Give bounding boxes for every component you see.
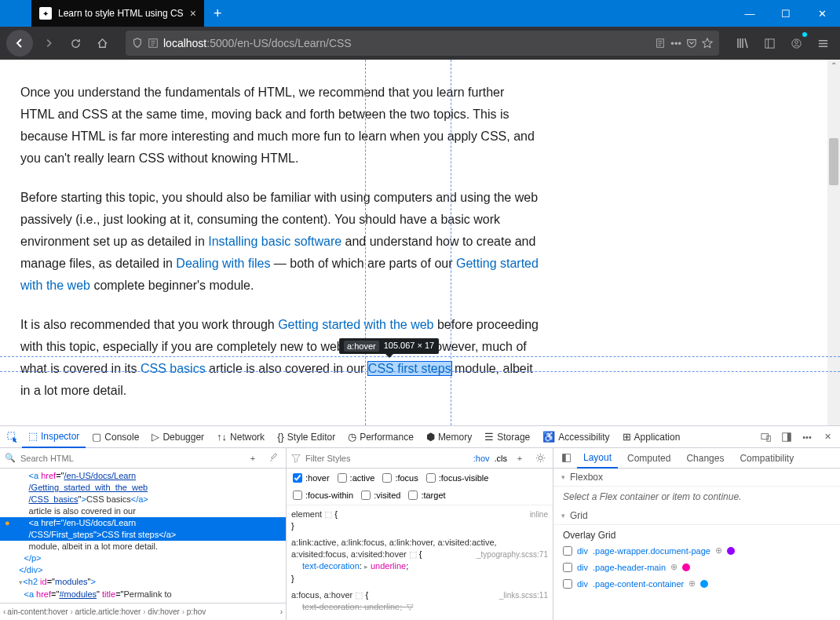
grid-checkbox[interactable] (563, 563, 572, 572)
pseudo-checkbox[interactable] (338, 473, 347, 483)
dom-tree[interactable]: <a href="/en-US/docs/Learn /Getting_star… (0, 469, 286, 603)
breadcrumb-item[interactable]: p:hov (187, 607, 206, 616)
flexbox-header[interactable]: ▾Flexbox (553, 469, 840, 487)
sidebar-icon[interactable] (758, 32, 780, 54)
filter-icon[interactable]: ▽ (407, 602, 413, 611)
maximize-button[interactable]: ☐ (768, 0, 804, 27)
search-html-input[interactable] (20, 454, 240, 463)
pseudo-checkbox[interactable] (293, 473, 302, 483)
home-button[interactable] (91, 32, 113, 54)
swatch-icon[interactable]: ⬚ (409, 549, 417, 559)
page-info-icon[interactable] (148, 38, 159, 49)
link-css-first-steps[interactable]: CSS first steps (368, 362, 451, 375)
url-bar[interactable]: localhost:5000/en-US/docs/Learn/CSS ••• (126, 31, 719, 56)
responsive-design-icon[interactable] (758, 429, 774, 445)
grid-header[interactable]: ▾Grid (553, 507, 840, 525)
breadcrumbs[interactable]: ‹ ain-content:hover › article.article:ho… (0, 603, 286, 620)
link-getting-started-2[interactable]: Getting started with the web (278, 318, 433, 331)
breadcrumb-item[interactable]: ain-content:hover (7, 607, 68, 616)
pocket-icon[interactable] (686, 38, 697, 49)
devtools-tab-style-editor[interactable]: {}Style Editor (271, 426, 341, 448)
grid-overlay-item[interactable]: div.page-header-main ⊕ (553, 559, 840, 575)
minimize-button[interactable]: — (732, 0, 768, 27)
dock-side-icon[interactable] (779, 429, 794, 445)
devtools-tab-network[interactable]: ↑↓Network (210, 426, 271, 448)
forward-button[interactable] (38, 32, 60, 54)
bookmark-star-icon[interactable] (702, 38, 713, 49)
back-button[interactable] (6, 30, 33, 57)
breadcrumb-item[interactable]: article.article:hover (75, 607, 141, 616)
dom-tree-line[interactable]: ● <a href="/en-US/docs/Learn (0, 517, 286, 529)
grid-checkbox[interactable] (563, 579, 572, 589)
swatch-icon[interactable]: ⬚ (355, 590, 363, 600)
grid-overlay-item[interactable]: div.page-wrapper.document-page ⊕ (553, 542, 840, 559)
menu-icon[interactable] (812, 32, 834, 54)
side-tab-changes[interactable]: Changes (680, 448, 730, 469)
pseudo-target[interactable]: :target (408, 491, 445, 500)
pseudo-focus-visible[interactable]: :focus-visible (426, 473, 489, 483)
reload-button[interactable] (64, 32, 86, 54)
pseudo-focus[interactable]: :focus (382, 473, 418, 483)
devtools-menu-icon[interactable]: ••• (799, 429, 815, 445)
crumb-next-icon[interactable]: › (280, 607, 283, 616)
target-icon[interactable]: ⊕ (670, 562, 677, 572)
pseudo-checkbox[interactable] (408, 491, 418, 500)
cls-toggle[interactable]: .cls (495, 454, 508, 463)
link-installing-software[interactable]: Installing basic software (208, 235, 341, 248)
dom-tree-line[interactable]: ▾<h2 id="modules"> (0, 576, 286, 589)
grid-color-swatch[interactable] (727, 547, 735, 555)
pseudo-hover[interactable]: :hover (293, 473, 330, 483)
new-tab-button[interactable]: + (214, 5, 222, 22)
dom-tree-line[interactable]: </div> (0, 564, 286, 576)
side-tab-layout[interactable]: Layout (577, 448, 618, 469)
hov-toggle[interactable]: :hov (473, 454, 490, 463)
devtools-close-icon[interactable]: ✕ (820, 429, 835, 445)
shield-icon[interactable] (132, 38, 143, 49)
devtools-tab-debugger[interactable]: ▷Debugger (145, 426, 210, 448)
grid-color-swatch[interactable] (682, 563, 690, 571)
reader-mode-icon[interactable] (655, 38, 666, 49)
dom-tree-line[interactable]: /Getting_started_with_the_web (0, 482, 286, 494)
light-mode-icon[interactable] (532, 450, 548, 466)
dom-tree-line[interactable]: <a href="/en-US/docs/Learn (0, 470, 286, 482)
dom-tree-line[interactable]: module, albeit in a lot more detail. (0, 541, 286, 553)
close-window-button[interactable]: ✕ (804, 0, 840, 27)
add-node-icon[interactable]: + (245, 450, 261, 466)
grid-overlay-item[interactable]: div.page-content-container ⊕ (553, 575, 840, 592)
dom-tree-line[interactable]: </p> (0, 553, 286, 564)
devtools-tab-accessibility[interactable]: ♿Accessibility (536, 426, 615, 448)
pseudo-checkbox[interactable] (361, 491, 371, 500)
side-pane-toggle-icon[interactable] (558, 450, 574, 466)
eyedropper-icon[interactable] (265, 450, 281, 466)
pseudo-visited[interactable]: :visited (361, 491, 400, 500)
rules-list[interactable]: element ⬚ {inline } a:link:active, a:lin… (287, 505, 553, 620)
side-tab-computed[interactable]: Computed (621, 448, 677, 469)
link-dealing-files[interactable]: Dealing with files (176, 257, 270, 270)
library-icon[interactable] (732, 32, 754, 54)
dom-tree-line[interactable]: /CSS_basics">CSS basics</a> (0, 494, 286, 505)
dom-tree-line[interactable]: <a href="#modules" title="Permalink to (0, 589, 286, 600)
account-icon[interactable] (785, 32, 807, 54)
filter-styles-input[interactable] (305, 454, 469, 463)
devtools-tab-performance[interactable]: ◷Performance (341, 426, 420, 448)
crumb-prev-icon[interactable]: ‹ (3, 607, 5, 616)
browser-tab[interactable]: ✦ Learn to style HTML using CSS × (31, 0, 204, 27)
devtools-tab-application[interactable]: ⊞Application (616, 426, 687, 448)
target-icon[interactable]: ⊕ (715, 545, 722, 556)
pseudo-checkbox[interactable] (382, 473, 392, 483)
devtools-tab-inspector[interactable]: ⬚Inspector (22, 426, 86, 448)
devtools-tab-storage[interactable]: ☰Storage (478, 426, 536, 448)
pseudo-checkbox[interactable] (426, 473, 436, 483)
grid-checkbox[interactable] (563, 546, 572, 556)
swatch-icon[interactable]: ⬚ (324, 509, 332, 519)
page-actions-icon[interactable]: ••• (670, 38, 681, 49)
side-tab-compatibility[interactable]: Compatibility (733, 448, 800, 469)
pseudo-active[interactable]: :active (338, 473, 375, 483)
link-css-basics[interactable]: CSS basics (141, 362, 206, 375)
target-icon[interactable]: ⊕ (688, 578, 696, 589)
tab-close-icon[interactable]: × (190, 7, 196, 20)
grid-color-swatch[interactable] (700, 580, 708, 588)
add-rule-icon[interactable]: + (512, 450, 528, 466)
pseudo-focus-within[interactable]: :focus-within (293, 491, 353, 500)
pick-element-icon[interactable] (5, 429, 20, 445)
